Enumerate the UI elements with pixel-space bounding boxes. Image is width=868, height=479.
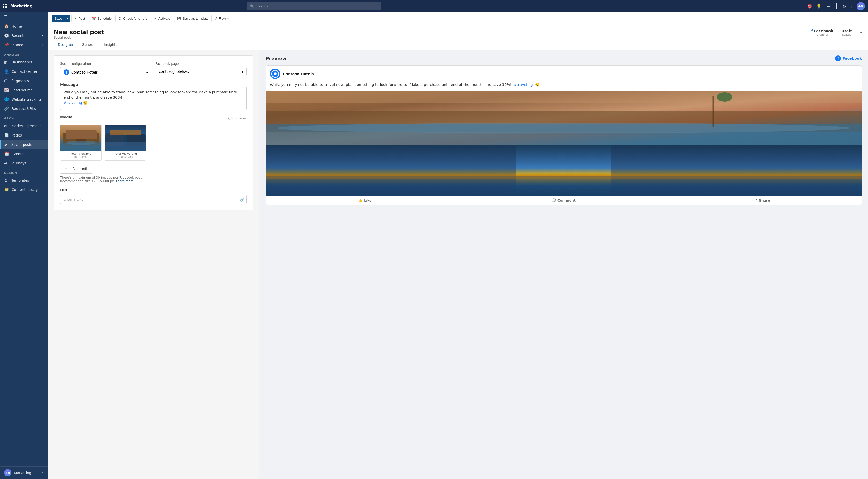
- page-subtitle: Social post: [54, 36, 104, 39]
- message-display[interactable]: While you may not be able to travel now,…: [60, 87, 247, 110]
- section-design: Design: [0, 168, 48, 176]
- sidebar-item-contact-center[interactable]: 👤 Contact center: [0, 67, 48, 76]
- sidebar-item-marketing-emails[interactable]: ✉ Marketing emails: [0, 121, 48, 131]
- add-media-button[interactable]: ＋ + Add media: [60, 164, 92, 174]
- target-icon[interactable]: 🎯: [807, 4, 812, 9]
- chevron-down-icon-pinned: ▾: [42, 44, 43, 46]
- sidebar-label-journeys: Journeys: [11, 161, 26, 165]
- sidebar-item-templates[interactable]: 🗒 Templates: [0, 176, 48, 185]
- media-name-1: hotel_view.png: [60, 151, 101, 156]
- url-label: URL: [60, 188, 247, 192]
- main-layout: ☰ 🏠 Home 🕐 Recent ▾ 📌 Pinned ▾ Analyze ▦…: [0, 12, 868, 479]
- social-config-select[interactable]: f Contoso Hotels ▾: [60, 67, 151, 77]
- sidebar-item-redirect-urls[interactable]: 🔗 Redirect URLs: [0, 104, 48, 113]
- like-action[interactable]: 👍 Like: [266, 196, 464, 205]
- like-icon: 👍: [358, 199, 363, 202]
- sidebar-item-events[interactable]: 📅 Events: [0, 149, 48, 159]
- sidebar-hamburger[interactable]: ☰: [0, 12, 48, 22]
- preview-channel: f Facebook: [835, 56, 862, 61]
- save-as-template-button[interactable]: 💾 Save as template: [174, 15, 211, 22]
- redirect-icon: 🔗: [4, 106, 9, 111]
- link-icon: 🔗: [240, 198, 244, 202]
- url-input[interactable]: [60, 195, 247, 204]
- post-button[interactable]: ✓ Post: [71, 15, 88, 22]
- share-action[interactable]: ↗ Share: [663, 196, 862, 205]
- sidebar-item-social-posts[interactable]: 🖊 Social posts: [0, 140, 48, 149]
- toolbar: Save ▾ ✓ Post 📅 Schedule ⏱ Check for err…: [48, 12, 868, 25]
- avatar[interactable]: AN: [857, 2, 865, 10]
- status-info: Draft Status: [841, 29, 852, 36]
- preview-avatar: [270, 69, 280, 79]
- message-label: Message: [60, 82, 247, 87]
- activate-button[interactable]: ✓ Activate: [151, 15, 173, 22]
- chevron-down-fb-page: ▾: [242, 69, 243, 74]
- email-icon: ✉: [4, 124, 9, 128]
- sidebar-item-recent[interactable]: 🕐 Recent ▾: [0, 31, 48, 40]
- status-dropdown-button[interactable]: ▾: [860, 31, 862, 35]
- media-dim-2: 1800x1200: [105, 156, 146, 160]
- sidebar-item-segments[interactable]: ⬡ Segments: [0, 76, 48, 85]
- help-icon[interactable]: ?: [850, 4, 853, 9]
- sidebar-label-social-posts: Social posts: [11, 142, 32, 146]
- svg-point-14: [274, 72, 277, 75]
- sidebar-item-dashboards[interactable]: ▦ Dashboards: [0, 58, 48, 67]
- form-card: Social configuration f Contoso Hotels ▾ …: [54, 56, 253, 210]
- check-errors-button[interactable]: ⏱ Check for errors: [116, 15, 150, 22]
- grid-icon[interactable]: [3, 4, 7, 8]
- url-section: URL 🔗: [60, 188, 247, 204]
- page-header: New social post Social post f Facebook C…: [48, 25, 868, 39]
- sidebar-item-home[interactable]: 🏠 Home: [0, 22, 48, 31]
- sidebar-label-redirect-urls: Redirect URLs: [11, 107, 36, 111]
- social-config-group: Social configuration f Contoso Hotels ▾: [60, 62, 151, 77]
- preview-emoji: 🙂: [535, 82, 539, 87]
- share-icon: ↗: [754, 199, 757, 202]
- url-input-wrap: 🔗: [60, 195, 247, 204]
- settings-icon[interactable]: ⚙: [842, 4, 846, 9]
- section-analyze: Analyze: [0, 49, 48, 58]
- svg-rect-11: [110, 130, 141, 136]
- form-panel: Social configuration f Contoso Hotels ▾ …: [48, 50, 259, 479]
- tab-insights[interactable]: Insights: [100, 39, 122, 50]
- app-name: Marketing: [10, 4, 33, 8]
- svg-rect-20: [713, 96, 714, 127]
- save-dropdown-button[interactable]: ▾: [65, 15, 70, 22]
- comment-action[interactable]: 💬 Comment: [464, 196, 663, 205]
- search-bar[interactable]: 🔍 Search: [247, 2, 381, 10]
- flow-dropdown-icon: ▾: [227, 17, 228, 20]
- chevron-down-select: ▾: [146, 70, 148, 74]
- sidebar-item-content-library[interactable]: 📁 Content library: [0, 185, 48, 194]
- sidebar-label-contact-center: Contact center: [11, 69, 37, 74]
- sidebar: ☰ 🏠 Home 🕐 Recent ▾ 📌 Pinned ▾ Analyze ▦…: [0, 12, 48, 479]
- dashboards-icon: ▦: [4, 60, 9, 65]
- sidebar-item-website-tracking[interactable]: 🌐 Website tracking: [0, 95, 48, 104]
- sidebar-label-pages: Pages: [11, 133, 22, 137]
- tab-designer[interactable]: Designer: [54, 39, 78, 50]
- message-section: Message While you may not be able to tra…: [60, 82, 247, 87]
- sidebar-user[interactable]: AN Marketing ◇: [0, 466, 48, 479]
- svg-rect-19: [266, 91, 862, 103]
- hashtag: #traveling: [64, 101, 82, 105]
- template-icon: 💾: [177, 16, 181, 21]
- media-header: Media 2/30 images: [60, 115, 247, 122]
- flow-button[interactable]: ⤴ Flow ▾: [213, 15, 231, 22]
- social-config-label: Social configuration: [60, 62, 151, 66]
- content-area: Save ▾ ✓ Post 📅 Schedule ⏱ Check for err…: [48, 12, 868, 479]
- lightbulb-icon[interactable]: 💡: [816, 4, 822, 9]
- preview-fb-icon: f: [835, 56, 841, 61]
- plus-icon[interactable]: ＋: [826, 3, 831, 10]
- tab-general[interactable]: General: [78, 39, 99, 50]
- hotel-thumb-2: [105, 125, 146, 151]
- media-count: 2/30 images: [227, 117, 247, 120]
- sidebar-item-lead-source[interactable]: 📈 Lead source: [0, 85, 48, 95]
- facebook-page-select[interactable]: contoso_hotels/cz ▾: [156, 67, 247, 76]
- sidebar-item-journeys[interactable]: ⇌ Journeys: [0, 159, 48, 168]
- post-icon: ✓: [74, 16, 77, 21]
- sidebar-item-pages[interactable]: 📄 Pages: [0, 131, 48, 140]
- media-item-1: hotel_view.png 1800x1200: [60, 125, 101, 161]
- learn-more-link[interactable]: Learn more: [116, 179, 133, 183]
- sidebar-item-pinned[interactable]: 📌 Pinned ▾: [0, 40, 48, 49]
- preview-title: Preview: [266, 56, 286, 61]
- schedule-button[interactable]: 📅 Schedule: [89, 15, 115, 22]
- hamburger-icon: ☰: [4, 15, 9, 20]
- save-button[interactable]: Save: [52, 15, 65, 22]
